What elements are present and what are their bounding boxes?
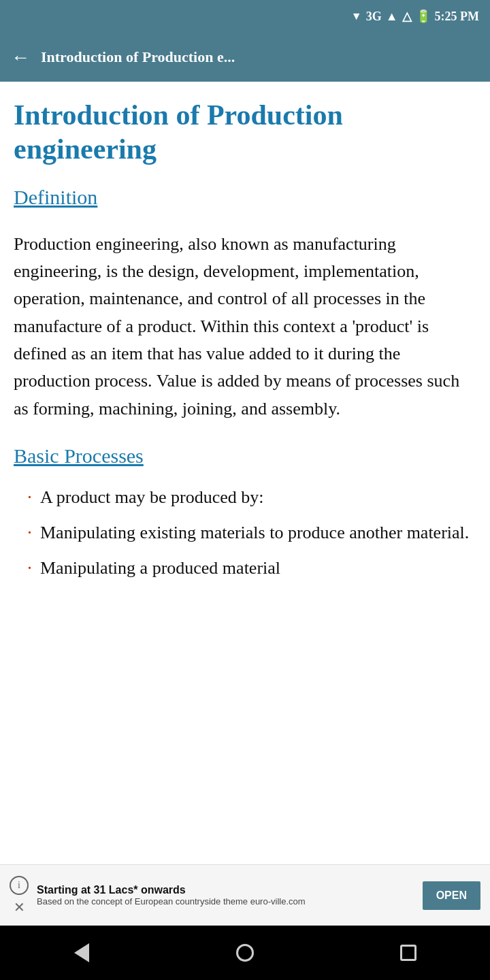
time-display: 5:25 PM xyxy=(435,10,479,24)
bullet-list: · A product may be produced by: · Manipu… xyxy=(14,484,476,583)
status-bar: ▼ 3G ▲ △ 🔋 5:25 PM xyxy=(0,0,490,33)
back-button[interactable]: ← xyxy=(11,46,30,68)
list-item: · A product may be produced by: xyxy=(27,484,476,511)
battery-icon: 🔋 xyxy=(416,9,431,24)
ad-open-button[interactable]: OPEN xyxy=(423,881,480,910)
ad-text-block: Starting at 31 Lacs* onwards Based on th… xyxy=(37,884,414,906)
page-title: Introduction of Production engineering xyxy=(14,98,476,167)
status-icons: ▼ 3G ▲ △ 🔋 5:25 PM xyxy=(351,9,479,24)
back-triangle-icon xyxy=(74,943,89,962)
ad-banner: i ✕ Starting at 31 Lacs* onwards Based o… xyxy=(0,864,490,926)
home-circle-icon xyxy=(236,944,254,962)
home-nav-button[interactable] xyxy=(218,932,272,973)
wifi-icon: ▼ xyxy=(351,10,362,22)
bullet-dot: · xyxy=(27,484,32,510)
recent-nav-button[interactable] xyxy=(381,932,436,973)
bullet-text-2: Manipulating existing materials to produ… xyxy=(40,519,476,546)
ad-subtitle: Based on the concept of European country… xyxy=(37,896,414,906)
top-bar-title: Introduction of Production e... xyxy=(41,48,235,66)
bullet-text-1: A product may be produced by: xyxy=(40,484,476,511)
sim-icon: △ xyxy=(402,9,412,24)
list-item: · Manipulating a produced material xyxy=(27,555,476,582)
ad-icons-col: i ✕ xyxy=(10,876,29,915)
content-area: Introduction of Production engineering D… xyxy=(0,82,490,864)
body-text: Production engineering, also known as ma… xyxy=(14,231,476,423)
top-bar: ← Introduction of Production e... xyxy=(0,33,490,82)
back-nav-button[interactable] xyxy=(54,932,109,973)
definition-link[interactable]: Definition xyxy=(14,186,476,209)
signal-icon: ▲ xyxy=(386,10,398,24)
bullet-text-3: Manipulating a produced material xyxy=(40,555,476,582)
recent-square-icon xyxy=(400,945,416,961)
info-icon: i xyxy=(10,876,29,895)
basic-processes-link[interactable]: Basic Processes xyxy=(14,444,476,468)
network-label: 3G xyxy=(366,10,382,24)
bottom-nav xyxy=(0,926,490,980)
list-item: · Manipulating existing materials to pro… xyxy=(27,519,476,546)
bullet-dot: · xyxy=(27,555,32,581)
ad-title: Starting at 31 Lacs* onwards xyxy=(37,884,414,896)
close-icon[interactable]: ✕ xyxy=(14,899,25,915)
bullet-dot: · xyxy=(27,519,32,546)
